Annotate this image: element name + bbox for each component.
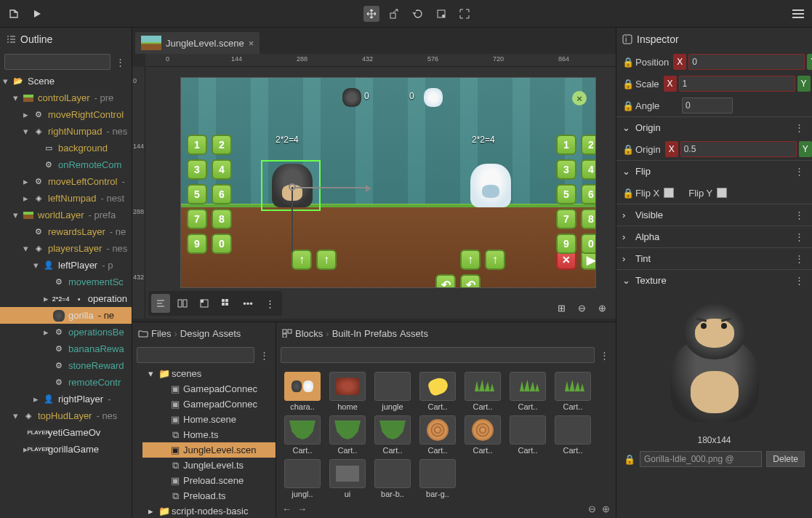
numpad-right-2[interactable]: 2 [581, 135, 596, 155]
scale-tool-icon[interactable] [387, 6, 403, 22]
split-icon[interactable] [173, 294, 192, 313]
numpad-right-7[interactable]: 7 [556, 209, 576, 229]
translate-tool-icon[interactable] [363, 6, 379, 22]
block-Cart..[interactable]: Cart.. [552, 372, 593, 411]
close-scene-icon[interactable]: × [572, 91, 587, 105]
block-bar-b..[interactable]: bar-b.. [372, 459, 413, 498]
play-icon[interactable] [29, 6, 45, 22]
outline-item-leftPlayer[interactable]: ▾👤leftPlayer - p [0, 257, 132, 274]
numpad-left-9[interactable]: 9 [187, 234, 207, 254]
outline-item-remoteContr[interactable]: ⚙remoteContr [0, 374, 132, 391]
section-menu-icon[interactable]: ⋮ [792, 122, 806, 133]
file-Preload.scene[interactable]: ▣Preload.scene [142, 473, 276, 488]
zoom-in-icon[interactable]: ⊕ [594, 300, 610, 316]
scene-root[interactable]: ▾📂 Scene [0, 73, 132, 89]
blocks-search-input[interactable] [281, 347, 595, 363]
files-crumb-1[interactable]: Assets [212, 328, 241, 339]
outline-item-gorilla[interactable]: gorilla - ne [0, 307, 132, 324]
file-Preload.ts[interactable]: ⧉Preload.ts [142, 488, 276, 503]
grid-icon[interactable] [217, 294, 236, 313]
outline-item-rewardsLayer[interactable]: ⚙rewardsLayer - ne [0, 223, 132, 240]
rotate-tool-icon[interactable] [410, 6, 426, 22]
section-texture[interactable]: ⌄ Texture ⋮ [616, 269, 812, 291]
file-JungleLevel.ts[interactable]: ⧉JungleLevel.ts [142, 458, 276, 473]
numpad-left-4[interactable]: 4 [212, 159, 232, 180]
scale-x-input[interactable] [679, 76, 795, 92]
section-menu-icon[interactable]: ⋮ [792, 210, 806, 220]
outline-item-topHudLayer[interactable]: ▾◈topHudLayer - nes [0, 407, 132, 424]
lock-icon[interactable]: 🔒 [622, 100, 631, 111]
files-title[interactable]: Files [151, 328, 171, 339]
file-JungleLevel.scen[interactable]: ▣JungleLevel.scen [142, 442, 276, 458]
block-Cart..[interactable]: Cart.. [372, 415, 413, 455]
outline-item-moveRightControl[interactable]: ▸⚙moveRightControl [0, 106, 132, 123]
outline-item-leftNumpad[interactable]: ▸◈leftNumpad - nest [0, 190, 132, 207]
more-icon[interactable]: ••• [238, 294, 257, 313]
blocks-crumb-2[interactable]: Assets [400, 328, 428, 339]
outline-item-gorillaGame[interactable]: ▸PLAYERgorillaGame [0, 441, 132, 458]
numpad-right-9[interactable]: 9 [556, 234, 576, 254]
numpad-left-0[interactable]: 0 [212, 234, 232, 254]
section-alpha[interactable]: › Alpha ⋮ [616, 226, 812, 247]
zoom-tag-icon[interactable]: ⊞ [553, 300, 569, 316]
numpad-right-0[interactable]: 0 [581, 234, 596, 254]
outline-item-rightNumpad[interactable]: ▾◈rightNumpad - nes [0, 123, 132, 140]
blocks-crumb-0[interactable]: Built-In [332, 328, 361, 339]
section-menu-icon[interactable]: ⋮ [792, 275, 806, 286]
block-home[interactable]: home [327, 372, 368, 411]
outline-item-bananaRewa[interactable]: ⚙bananaRewa [0, 340, 132, 357]
block-Cart..[interactable]: Cart.. [327, 415, 368, 455]
file-Home.ts[interactable]: ⧉Home.ts [142, 427, 276, 442]
outline-item-operation[interactable]: ▸2*2=4•operation [0, 290, 132, 307]
outline-search-input[interactable] [4, 54, 110, 70]
zoom-in-grid-icon[interactable]: ⊕ [602, 503, 610, 514]
flip-y-checkbox[interactable] [717, 188, 727, 198]
outline-item-background[interactable]: ▭background [0, 140, 132, 156]
numpad-left-1[interactable]: 1 [187, 135, 207, 155]
numpad-left-2[interactable]: 2 [212, 135, 232, 155]
open-file-icon[interactable] [6, 6, 22, 22]
zoom-out-icon[interactable]: ⊖ [574, 300, 590, 316]
next-icon[interactable]: → [297, 503, 307, 514]
delete-button[interactable]: Delete [766, 451, 805, 467]
outline-item-stoneReward[interactable]: ⚙stoneReward [0, 357, 132, 374]
outline-item-movementSc[interactable]: ⚙movementSc [0, 274, 132, 290]
numpad-right-8[interactable]: 8 [581, 209, 596, 229]
outline-item-onRemoteCom[interactable]: ⚙onRemoteCom [0, 156, 132, 173]
outline-item-moveLeftControl[interactable]: ▸⚙moveLeftControl - [0, 173, 132, 190]
lock-icon[interactable]: 🔒 [622, 144, 631, 155]
block-Cart..[interactable]: Cart.. [552, 415, 593, 455]
lock-icon[interactable]: 🔒 [622, 57, 631, 68]
close-icon[interactable]: × [249, 38, 254, 49]
files-search-input[interactable] [137, 347, 254, 363]
lock-icon[interactable]: 🔒 [622, 79, 631, 89]
outline-item-worldLayer[interactable]: ▾worldLayer - prefa [0, 207, 132, 223]
position-x-input[interactable] [688, 54, 805, 70]
files-menu-icon[interactable]: ⋮ [257, 350, 271, 361]
angle-input[interactable] [682, 97, 733, 113]
file-script-nodes-basic[interactable]: ▸📁script-nodes-basic [142, 503, 276, 518]
block-ui[interactable]: ui [327, 459, 368, 498]
lock-icon[interactable]: 🔒 [624, 454, 635, 465]
single-icon[interactable] [195, 294, 214, 313]
numpad-left-5[interactable]: 5 [187, 184, 207, 204]
outline-item-operationsBe[interactable]: ▸⚙operationsBe [0, 324, 132, 340]
resize-tool-icon[interactable] [457, 6, 473, 22]
block-Cart..[interactable]: Cart.. [417, 415, 458, 455]
texture-file-input[interactable] [640, 451, 762, 467]
numpad-right-6[interactable]: 6 [581, 184, 596, 204]
menu-icon[interactable] [790, 6, 806, 22]
outline-item-yetiGameOv[interactable]: PLAYERyetiGameOv [0, 424, 132, 441]
origin-tool-icon[interactable] [433, 6, 449, 22]
block-chara..[interactable]: chara.. [282, 372, 323, 411]
file-Home.scene[interactable]: ▣Home.scene [142, 412, 276, 427]
outline-item-playersLayer[interactable]: ▾◈playersLayer - nes [0, 240, 132, 257]
section-flip[interactable]: ⌄ Flip ⋮ [616, 160, 812, 182]
section-menu-icon[interactable]: ⋮ [792, 166, 806, 177]
file-GamepadConnec[interactable]: ▣GamepadConnec [142, 381, 276, 397]
section-menu-icon[interactable]: ⋮ [792, 253, 806, 264]
outline-menu-icon[interactable]: ⋮ [113, 57, 127, 68]
section-menu-icon[interactable]: ⋮ [792, 231, 806, 242]
gizmo-origin[interactable] [289, 183, 296, 191]
blocks-title[interactable]: Blocks [295, 328, 323, 339]
